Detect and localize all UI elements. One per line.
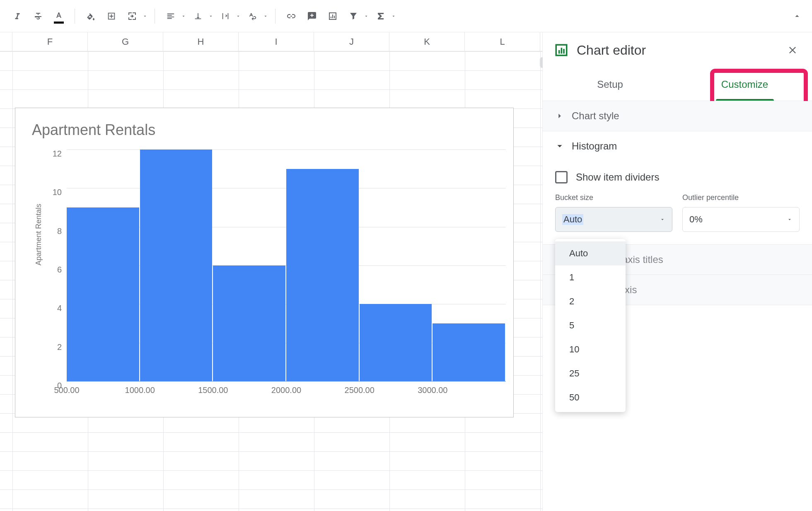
bucket-size-select[interactable]: Auto <box>555 207 672 232</box>
checkbox[interactable] <box>555 171 568 183</box>
panel-tabs: Setup Customize <box>543 68 812 101</box>
italic-button[interactable] <box>8 7 27 25</box>
fill-color-button[interactable] <box>82 7 100 25</box>
cell-grid[interactable]: Apartment Rentals Apartment Rentals 0246… <box>0 51 542 511</box>
toolbar-separator <box>275 9 276 24</box>
text-rotation-dropdown[interactable] <box>263 14 268 19</box>
chart-plot-area: 024681012500.001000.001500.002000.002500… <box>67 149 506 381</box>
v-align-dropdown[interactable] <box>208 14 214 19</box>
y-axis-tick: 12 <box>53 149 62 159</box>
insert-comment-button[interactable] <box>303 7 321 25</box>
filter-button[interactable] <box>344 7 362 25</box>
functions-button[interactable] <box>372 7 390 25</box>
histogram-bar <box>360 304 432 381</box>
tab-customize[interactable]: Customize <box>677 68 812 101</box>
toolbar-separator <box>155 9 155 24</box>
y-axis-label: Apartment Rentals <box>34 204 43 265</box>
close-button[interactable] <box>785 42 800 58</box>
section-label: Histogram <box>572 140 617 152</box>
dropdown-option[interactable]: 2 <box>555 289 626 313</box>
section-label: Chart style <box>572 110 619 122</box>
toolbar-separator <box>75 9 75 24</box>
x-axis-tick: 3000.00 <box>418 386 447 395</box>
caret-down-icon <box>787 217 793 222</box>
chart-editor-icon <box>554 43 568 57</box>
merge-cells-button[interactable] <box>123 7 141 25</box>
merge-cells-dropdown[interactable] <box>142 14 148 19</box>
section-histogram[interactable]: Histogram <box>543 131 812 161</box>
embedded-chart[interactable]: Apartment Rentals Apartment Rentals 0246… <box>15 108 514 417</box>
column-headers: F G H I J K L <box>0 32 542 51</box>
section-chart-style[interactable]: Chart style <box>543 101 812 131</box>
text-color-swatch <box>54 22 64 24</box>
histogram-bar <box>433 323 505 381</box>
dropdown-option[interactable]: 50 <box>555 386 626 410</box>
dropdown-option[interactable]: Auto <box>555 241 626 265</box>
x-axis-tick: 1500.00 <box>198 386 228 395</box>
dropdown-option[interactable]: 1 <box>555 265 626 289</box>
h-align-button[interactable] <box>162 7 180 25</box>
caret-down-icon <box>660 217 665 222</box>
strikethrough-button[interactable] <box>29 7 47 25</box>
y-axis-tick: 2 <box>57 342 62 352</box>
dropdown-option[interactable]: 5 <box>555 313 626 337</box>
dropdown-option[interactable]: 25 <box>555 362 626 386</box>
column-header[interactable]: I <box>239 32 314 51</box>
y-axis-tick: 10 <box>53 188 62 197</box>
histogram-bar <box>67 207 139 381</box>
x-axis-tick: 1000.00 <box>125 386 155 395</box>
column-header[interactable]: K <box>389 32 465 51</box>
column-header[interactable]: F <box>12 32 88 51</box>
functions-dropdown[interactable] <box>391 14 396 19</box>
insert-chart-button[interactable] <box>324 7 342 25</box>
column-header[interactable]: G <box>88 32 163 51</box>
chart-editor-panel: Chart editor Setup Customize Chart style… <box>543 32 812 511</box>
formatting-toolbar <box>0 0 812 32</box>
chevron-right-icon <box>555 111 564 121</box>
borders-button[interactable] <box>102 7 121 25</box>
filter-dropdown[interactable] <box>363 14 369 19</box>
y-axis-tick: 8 <box>57 226 62 236</box>
histogram-bar <box>286 169 359 381</box>
select-value: Auto <box>562 214 583 225</box>
histogram-bar <box>140 149 213 381</box>
chart-title: Apartment Rentals <box>32 121 155 139</box>
panel-title: Chart editor <box>577 43 776 58</box>
select-value: 0% <box>689 214 703 225</box>
outlier-percentile-select[interactable]: 0% <box>682 207 800 232</box>
h-align-dropdown[interactable] <box>181 14 186 19</box>
show-item-dividers-row[interactable]: Show item dividers <box>555 165 800 193</box>
outlier-percentile-label: Outlier percentile <box>682 193 800 202</box>
spreadsheet-area[interactable]: F G H I J K L Apartment Rentals Apartmen… <box>0 32 543 511</box>
svg-rect-3 <box>563 49 565 53</box>
text-rotation-button[interactable] <box>244 7 262 25</box>
checkbox-label: Show item dividers <box>576 171 659 183</box>
x-axis-tick: 2000.00 <box>271 386 301 395</box>
x-axis-tick: 500.00 <box>54 386 79 395</box>
text-color-button[interactable] <box>50 7 68 25</box>
bucket-size-label: Bucket size <box>555 193 672 202</box>
toolbar-collapse-button[interactable] <box>788 7 806 25</box>
text-wrap-dropdown[interactable] <box>235 14 241 19</box>
v-align-button[interactable] <box>189 7 207 25</box>
text-wrap-button[interactable] <box>216 7 234 25</box>
column-header[interactable]: J <box>314 32 389 51</box>
column-header[interactable]: L <box>465 32 540 51</box>
chevron-down-icon <box>555 142 564 151</box>
tab-setup[interactable]: Setup <box>543 68 677 101</box>
x-axis-tick: 2500.00 <box>345 386 375 395</box>
histogram-bar <box>213 265 285 381</box>
y-axis-tick: 6 <box>57 265 62 275</box>
svg-rect-1 <box>558 50 560 54</box>
insert-link-button[interactable] <box>282 7 300 25</box>
svg-rect-2 <box>561 48 563 53</box>
column-header[interactable]: H <box>163 32 239 51</box>
y-axis-tick: 4 <box>57 304 62 313</box>
bucket-size-dropdown: Auto 1 2 5 10 25 50 <box>555 239 626 412</box>
dropdown-option[interactable]: 10 <box>555 337 626 362</box>
